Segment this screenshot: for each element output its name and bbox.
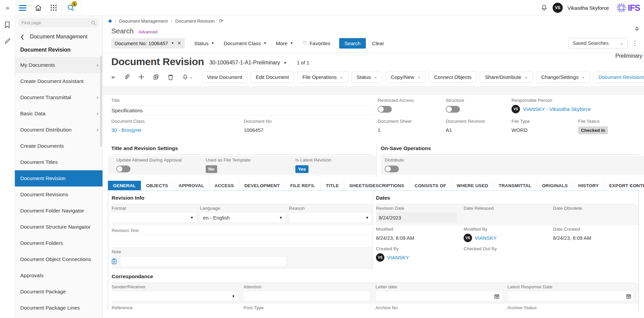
- sidebar-item-document-object-connections[interactable]: Document Object Connections: [15, 251, 103, 267]
- tab-sheets-descriptions[interactable]: SHEETS/DESCRIPTIONS: [344, 181, 410, 190]
- menu-hamburger-icon[interactable]: [15, 0, 30, 16]
- sidebar-item-document-package-lines[interactable]: Document Package Lines: [15, 300, 103, 316]
- tab-history[interactable]: HISTORY: [573, 181, 604, 190]
- sidebar-item-document-package[interactable]: Document Package: [15, 284, 103, 300]
- expand-rail-icon[interactable]: »: [0, 0, 15, 16]
- notifications-bell-icon[interactable]: [540, 4, 548, 11]
- sidebar-item-create-documents[interactable]: Create Documents: [15, 138, 103, 154]
- edit-document-button[interactable]: Edit Document: [251, 71, 294, 83]
- app-grid-icon[interactable]: [46, 0, 61, 16]
- status-button[interactable]: Status⌄: [352, 71, 383, 83]
- created-by-link[interactable]: VIANSKY: [387, 255, 409, 260]
- tab-originals[interactable]: ORIGINALS: [537, 181, 573, 190]
- saved-searches-select[interactable]: Saved Searches ⌄: [568, 38, 628, 49]
- pencil-icon[interactable]: [4, 38, 11, 45]
- subscribe-bell-icon[interactable]: ⌄: [182, 74, 193, 80]
- letter-date-input[interactable]: [376, 291, 502, 301]
- tab-access[interactable]: ACCESS: [209, 181, 239, 190]
- refresh-icon[interactable]: ⟳: [219, 18, 224, 24]
- tabs-scroll-left-icon[interactable]: ‹: [631, 182, 632, 188]
- update-allowed-toggle[interactable]: [116, 166, 130, 172]
- tab-development[interactable]: DEVELOPMENT: [239, 181, 285, 190]
- attention-input[interactable]: [243, 291, 370, 301]
- note-input[interactable]: [120, 256, 286, 266]
- sidebar-item-document-revision[interactable]: Document Revision: [15, 170, 103, 186]
- bookmark-icon[interactable]: [4, 21, 10, 28]
- modified-by-link[interactable]: VIANSKY: [475, 235, 497, 241]
- expand-toolbar-icon[interactable]: »: [111, 73, 115, 81]
- share-distribute-button[interactable]: Share/Distribute⌄: [480, 71, 533, 83]
- tab-title[interactable]: TITLE: [321, 181, 344, 190]
- clear-button[interactable]: Clear: [372, 40, 384, 46]
- global-search-icon[interactable]: 1: [61, 0, 80, 16]
- breadcrumb-item-document-revision[interactable]: Document Revision: [175, 19, 215, 24]
- favorites-button[interactable]: ♡ Favorites: [302, 40, 330, 46]
- tabs-scroll-right-icon[interactable]: ›: [636, 182, 638, 188]
- breadcrumb-item-document-management[interactable]: Document Management: [119, 19, 168, 24]
- find-page-input[interactable]: Find page: [18, 18, 99, 27]
- view-document-button[interactable]: View Document: [202, 71, 247, 83]
- search-button[interactable]: Search: [339, 38, 366, 49]
- filter-chip-label: Document No: 1006457: [115, 40, 168, 46]
- sidebar-item-document-structure-navigator[interactable]: Document Structure Navigator: [15, 219, 103, 235]
- title-input[interactable]: Specifications: [111, 105, 374, 115]
- user-avatar[interactable]: VS: [553, 3, 563, 13]
- advanced-search-link[interactable]: Advanced: [139, 30, 157, 34]
- record-id-selector[interactable]: 30-1006457-1-A1-Preliminary ▼: [209, 60, 287, 66]
- toolbar-button-label: View Document: [207, 74, 242, 80]
- close-icon[interactable]: ✕: [177, 40, 181, 46]
- filter-dropdown-document-class[interactable]: Document Class▼: [224, 40, 266, 46]
- home-icon[interactable]: [30, 0, 46, 16]
- sidebar-item-document-folders[interactable]: Document Folders: [15, 235, 103, 251]
- responsible-person-link[interactable]: VIANSKY - Vikasitha Skyforce: [523, 106, 591, 112]
- filter-dropdown-more[interactable]: More▼: [276, 40, 293, 46]
- tab-export-control[interactable]: EXPORT CONTROL: [604, 181, 644, 190]
- sidebar-item-document-titles[interactable]: Document Titles: [15, 154, 103, 170]
- sidebar-item-document-revisions[interactable]: Document Revisions: [15, 186, 103, 203]
- sender-receiver-select[interactable]: ▼: [112, 291, 238, 301]
- copy-new-button[interactable]: Copy/New⌄: [386, 71, 426, 83]
- structure-toggle[interactable]: [446, 106, 460, 113]
- filter-dropdown-status[interactable]: Status▼: [194, 40, 214, 46]
- filter-chip-document-no[interactable]: Document No: 1006457 ▼ ✕: [111, 38, 185, 49]
- pin-icon[interactable]: [635, 27, 639, 32]
- document-revisions-button[interactable]: Document Revisions: [593, 71, 644, 83]
- latest-response-date-input[interactable]: [507, 291, 634, 301]
- add-icon[interactable]: [138, 74, 144, 80]
- duplicate-icon[interactable]: [153, 74, 159, 80]
- user-name[interactable]: Vikasitha Skyforce: [567, 5, 609, 11]
- sidebar-item-document-folder-navigator[interactable]: Document Folder Navigator: [15, 203, 103, 219]
- sidebar-item-create-document-assistant[interactable]: Create Document Assistant: [15, 73, 103, 89]
- sidebar-back-button[interactable]: ❮ Document Management: [15, 29, 103, 42]
- sidebar-scrollbar[interactable]: [100, 56, 102, 147]
- tab-where-used[interactable]: WHERE USED: [451, 181, 494, 190]
- sidebar-item-document-distribution[interactable]: Document Distribution›: [15, 122, 103, 138]
- change-settings-button[interactable]: Change/Settings⌄: [536, 71, 590, 83]
- tab-general[interactable]: GENERAL: [108, 181, 141, 190]
- sidebar-back-label: Document Management: [30, 34, 88, 40]
- connect-objects-button[interactable]: Connect Objects: [429, 71, 476, 83]
- sidebar-item-basic-data[interactable]: Basic Data›: [15, 106, 103, 122]
- tab-approval[interactable]: APPROVAL: [174, 181, 210, 190]
- language-select[interactable]: en - English▼: [200, 212, 286, 223]
- format-select[interactable]: ▼: [112, 212, 197, 223]
- delete-icon[interactable]: [168, 74, 174, 80]
- tab-consists-of[interactable]: CONSISTS OF: [410, 181, 452, 190]
- sidebar-item-my-documents[interactable]: My Documents›: [15, 57, 103, 73]
- restricted-access-toggle[interactable]: [378, 106, 392, 113]
- calendar-icon[interactable]: [626, 294, 631, 299]
- file-operations-button[interactable]: File Operations⌄: [297, 71, 348, 83]
- more-options-icon[interactable]: ⋮: [632, 39, 638, 47]
- sidebar-item-approvals[interactable]: Approvals: [15, 267, 103, 284]
- distribute-toggle[interactable]: [385, 166, 399, 172]
- sidebar-item-document-transmittal[interactable]: Document Transmittal›: [15, 89, 103, 106]
- tab-transmittal[interactable]: TRANSMITTAL: [494, 181, 537, 190]
- tab-objects[interactable]: OBJECTS: [141, 181, 173, 190]
- structure-label: Structure: [446, 98, 464, 103]
- document-class-link[interactable]: 30 - Brosjyrer: [111, 127, 145, 133]
- calendar-icon[interactable]: [494, 294, 499, 299]
- attachment-icon[interactable]: [123, 74, 130, 80]
- reason-select[interactable]: ▼: [289, 212, 372, 223]
- revision-text-input[interactable]: [112, 235, 372, 245]
- tab-file-refs-[interactable]: FILE REFS.: [285, 181, 321, 190]
